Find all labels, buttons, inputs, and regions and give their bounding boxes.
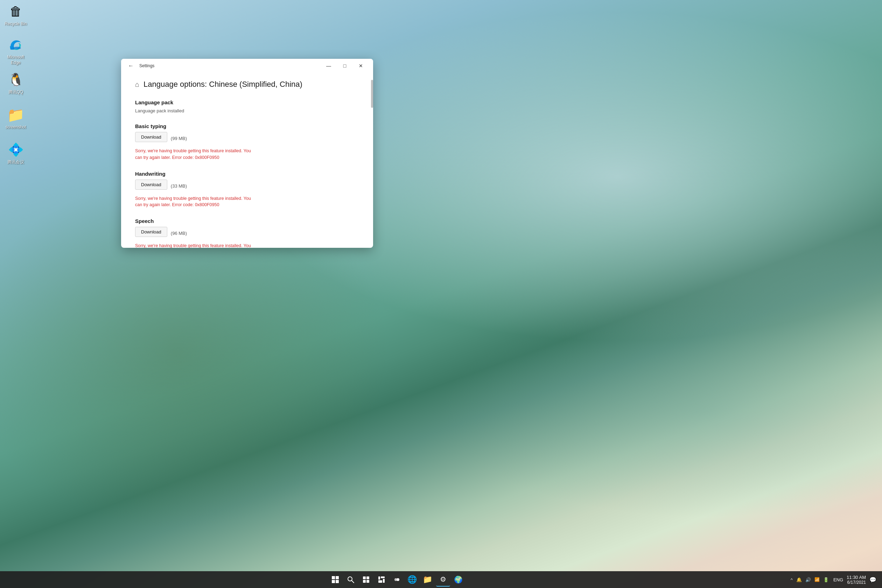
screenshot-label: screenshot: [6, 124, 26, 130]
search-button[interactable]: [344, 573, 358, 586]
taskbar-clock[interactable]: 11:30 AM 6/17/2021: [847, 575, 866, 585]
handwriting-download-button[interactable]: Download: [135, 180, 167, 190]
handwriting-size: (33 MB): [171, 183, 187, 189]
task-view-button[interactable]: [359, 573, 373, 586]
language-pack-title: Language pack: [135, 99, 359, 105]
desktop-icon-edge[interactable]: Microsoft Edge: [2, 35, 30, 67]
svg-rect-14: [383, 579, 385, 583]
basic-typing-size: (99 MB): [171, 136, 187, 141]
notification-button[interactable]: 💬: [868, 575, 878, 585]
minimize-button[interactable]: —: [321, 60, 337, 71]
svg-rect-2: [336, 576, 339, 579]
svg-rect-8: [366, 576, 369, 579]
section-speech: Speech Download (96 MB) Sorry, we're hav…: [135, 218, 359, 248]
handwriting-btn-row: Download (33 MB): [135, 180, 359, 192]
desktop-icon-screenshot[interactable]: 📁 screenshot: [2, 105, 30, 132]
language-pack-subtitle: Language pack installed: [135, 108, 359, 113]
svg-rect-12: [381, 576, 385, 578]
settings-window: ← Settings — □ ✕ ⌂ Language options: Chi…: [121, 59, 373, 248]
basic-typing-btn-row: Download (99 MB): [135, 132, 359, 145]
svg-rect-9: [363, 580, 366, 583]
system-tray: ^ 🔔 🔊 📶 🔋: [790, 576, 830, 583]
speech-size: (96 MB): [171, 231, 187, 236]
speech-error: Sorry, we're having trouble getting this…: [135, 243, 254, 248]
taskbar-right: ^ 🔔 🔊 📶 🔋 ENG 11:30 AM 6/17/2021 💬: [790, 575, 878, 585]
start-button[interactable]: [328, 573, 342, 586]
screenshot-folder-icon: 📁: [8, 106, 24, 123]
section-language-pack: Language pack Language pack installed: [135, 99, 359, 113]
scrollbar-thumb[interactable]: [371, 80, 373, 108]
settings-content: ⌂ Language options: Chinese (Simplified,…: [121, 73, 373, 248]
basic-typing-title: Basic typing: [135, 123, 359, 129]
svg-point-5: [348, 577, 352, 581]
svg-rect-3: [332, 580, 335, 583]
taskbar-left: 🌐 📁 ⚙ 🌍: [4, 573, 790, 586]
speech-title: Speech: [135, 218, 359, 224]
taskbar-edge-button[interactable]: 🌐: [405, 573, 419, 586]
tray-chevron[interactable]: ^: [790, 576, 794, 583]
desktop-icon-recycle-bin[interactable]: 🗑 Recycle Bin: [2, 2, 30, 28]
speech-download-button[interactable]: Download: [135, 227, 167, 237]
basic-typing-download-button[interactable]: Download: [135, 132, 167, 142]
chat-button[interactable]: [390, 573, 404, 586]
taskbar: 🌐 📁 ⚙ 🌍 ^ 🔔 🔊 📶 🔋 ENG 11:30 AM 6/17/2021: [0, 571, 882, 588]
tray-sound[interactable]: 🔊: [804, 576, 812, 583]
scrollbar-track[interactable]: [371, 73, 373, 248]
section-handwriting: Handwriting Download (33 MB) Sorry, we'r…: [135, 171, 359, 208]
page-header: ⌂ Language options: Chinese (Simplified,…: [135, 80, 359, 89]
widgets-button[interactable]: [375, 573, 388, 586]
svg-point-16: [396, 578, 399, 581]
taskbar-browser-button[interactable]: 🌍: [452, 573, 465, 586]
recycle-bin-label: Recycle Bin: [4, 21, 27, 27]
edge-label: Microsoft Edge: [3, 55, 28, 66]
handwriting-title: Handwriting: [135, 171, 359, 177]
speech-btn-row: Download (96 MB): [135, 227, 359, 240]
window-controls: — □ ✕: [321, 60, 369, 71]
section-basic-typing: Basic typing Download (99 MB) Sorry, we'…: [135, 123, 359, 161]
wps-label: 腾讯会议: [8, 160, 24, 165]
clock-time: 11:30 AM: [847, 575, 866, 580]
svg-line-6: [352, 580, 354, 583]
desktop: 🗑 Recycle Bin Micro: [0, 0, 882, 588]
svg-rect-10: [366, 580, 369, 583]
basic-typing-error: Sorry, we're having trouble getting this…: [135, 148, 254, 161]
window-title: Settings: [139, 63, 321, 68]
maximize-button[interactable]: □: [337, 60, 353, 71]
clock-date: 6/17/2021: [847, 580, 866, 585]
tray-wifi[interactable]: 📶: [813, 576, 821, 583]
qq-label: 腾讯QQ: [8, 90, 24, 95]
edge-icon: [8, 36, 24, 53]
language-indicator[interactable]: ENG: [832, 577, 844, 582]
wps-icon: 💠: [8, 141, 24, 158]
tray-battery[interactable]: 🔋: [822, 576, 830, 583]
svg-rect-4: [336, 580, 339, 583]
title-bar: ← Settings — □ ✕: [121, 59, 373, 73]
taskbar-explorer-button[interactable]: 📁: [421, 573, 435, 586]
qq-icon: 🐧: [8, 71, 24, 88]
svg-rect-13: [378, 580, 382, 583]
close-button[interactable]: ✕: [353, 60, 369, 71]
desktop-icon-wps[interactable]: 💠 腾讯会议: [2, 140, 30, 166]
svg-rect-1: [332, 576, 335, 579]
svg-rect-11: [378, 576, 380, 580]
svg-point-0: [13, 47, 21, 50]
recycle-bin-icon: 🗑: [8, 3, 24, 20]
tray-network[interactable]: 🔔: [795, 576, 803, 583]
home-icon: ⌂: [135, 81, 139, 88]
desktop-icon-qq[interactable]: 🐧 腾讯QQ: [2, 70, 30, 97]
handwriting-error: Sorry, we're having trouble getting this…: [135, 195, 254, 208]
taskbar-settings-button[interactable]: ⚙: [436, 573, 450, 586]
page-title: Language options: Chinese (Simplified, C…: [144, 80, 302, 89]
back-button[interactable]: ←: [125, 60, 136, 71]
svg-rect-7: [363, 576, 366, 579]
